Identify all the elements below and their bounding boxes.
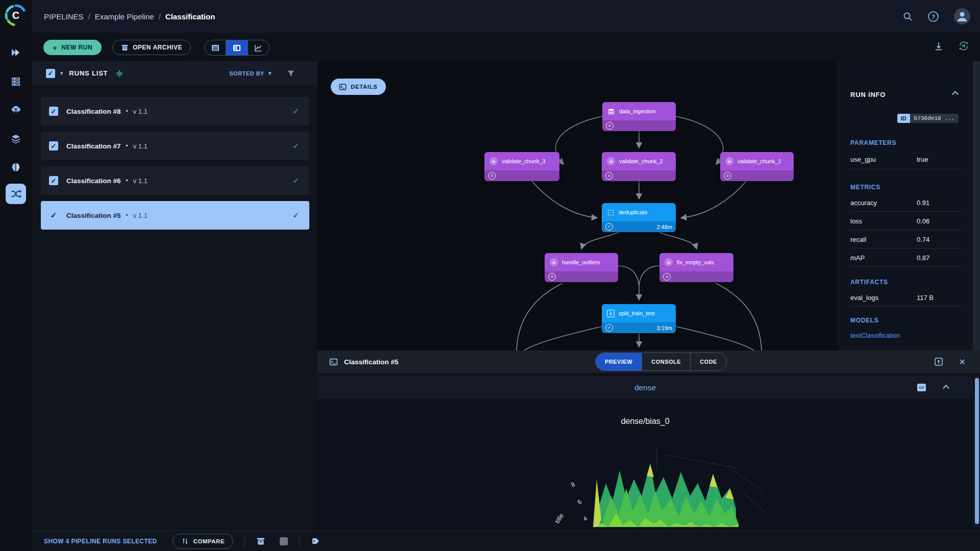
preview-terminal-icon bbox=[329, 358, 338, 366]
z-tick-4: 4 bbox=[582, 515, 589, 522]
table-view-toggle[interactable] bbox=[205, 40, 226, 55]
metric-value: 0.74 bbox=[917, 236, 929, 243]
divider bbox=[850, 306, 962, 307]
run-version: v 1.1 bbox=[133, 212, 148, 219]
run-checkbox[interactable]: ✓ bbox=[49, 141, 58, 151]
open-archive-label: OPEN ARCHIVE bbox=[133, 44, 182, 51]
sorted-by-dropdown[interactable]: SORTED BY ▾ bbox=[229, 70, 272, 77]
breadcrumb-classification[interactable]: Classification bbox=[165, 12, 215, 21]
dag-node-handle-outliers[interactable]: » handle_outliers ≡ bbox=[545, 253, 618, 282]
abort-icon[interactable] bbox=[280, 537, 288, 545]
pipelines-icon-selected[interactable] bbox=[6, 184, 26, 204]
search-icon[interactable] bbox=[902, 11, 913, 22]
help-icon[interactable]: ? bbox=[927, 11, 939, 22]
dag-node-validate-chunk-1[interactable]: » validate_chunk_1 ≡ bbox=[720, 152, 794, 181]
run-checkbox[interactable]: ✓ bbox=[49, 211, 58, 220]
run-id-badge[interactable]: ID b736de18 ... bbox=[897, 114, 959, 123]
run-status-check-icon: ✓ bbox=[292, 141, 299, 151]
artifact-row: eval_logs 117 B bbox=[850, 294, 962, 302]
dataset-stack-icon bbox=[607, 108, 615, 115]
run-checkbox[interactable]: ✓ bbox=[49, 176, 58, 185]
expand-rows-icon[interactable] bbox=[115, 69, 124, 78]
divider bbox=[850, 169, 962, 169]
code-badge-icon[interactable]: </> bbox=[917, 384, 926, 391]
param-key: use_gpu bbox=[850, 156, 876, 163]
node-label: validate_chunk_2 bbox=[619, 158, 663, 164]
run-version: v 1.1 bbox=[133, 108, 148, 115]
dag-node-validate-chunk-2[interactable]: » validate_chunk_2 ≡ bbox=[602, 152, 676, 181]
tab-code[interactable]: CODE bbox=[690, 353, 726, 370]
view-toggle-group bbox=[204, 40, 270, 56]
dag-node-fix-empty-vals[interactable]: » fix_empty_vals ≡ bbox=[659, 253, 733, 282]
clearml-logo[interactable]: C bbox=[4, 3, 28, 28]
model-link[interactable]: textClassification bbox=[850, 332, 900, 339]
preview-scrollbar-thumb[interactable] bbox=[975, 378, 979, 524]
run-name: Classification #5 bbox=[66, 212, 121, 219]
node-duration: 2:48m bbox=[656, 224, 672, 230]
queue-menu-icon: ≡ bbox=[605, 172, 613, 180]
auto-refresh-icon[interactable] bbox=[958, 40, 970, 52]
check-icon: ✓ bbox=[51, 142, 57, 150]
selection-summary-link[interactable]: SHOW 4 PIPELINE RUNS SELECTED bbox=[44, 538, 157, 545]
preview-area: dense/bias_0 8 6 4 title bbox=[317, 399, 973, 527]
tag-icon[interactable] bbox=[311, 536, 321, 546]
metric-row: mAP 0.87 bbox=[850, 254, 962, 262]
filter-funnel-icon[interactable] bbox=[287, 69, 295, 78]
collapse-section-chevron-icon[interactable] bbox=[944, 386, 948, 390]
details-button[interactable]: DETAILS bbox=[331, 79, 386, 95]
run-version: v 1.1 bbox=[133, 142, 148, 150]
run-row-classification-5-selected[interactable]: ✓ Classification #5 • v 1.1 ✓ bbox=[41, 201, 309, 230]
breadcrumb-separator: / bbox=[88, 12, 90, 21]
preview-scrollbar-track[interactable] bbox=[974, 376, 980, 527]
close-panel-icon[interactable]: ✕ bbox=[959, 357, 966, 367]
select-all-checkbox[interactable]: ✓ bbox=[46, 69, 55, 78]
run-name: Classification #8 bbox=[66, 108, 121, 115]
dag-node-deduplicate[interactable]: deduplicate ✓ 2:48m bbox=[602, 203, 676, 232]
completed-check-icon: ✓ bbox=[605, 324, 613, 332]
archive-action-icon[interactable] bbox=[256, 537, 265, 546]
selection-caret-icon[interactable]: ▾ bbox=[60, 70, 63, 77]
layers-icon[interactable] bbox=[10, 133, 21, 144]
run-info-panel: RUN INFO ID b736de18 ... PARAMETERS use_… bbox=[837, 61, 973, 350]
chart-title: dense/bias_0 bbox=[317, 417, 973, 426]
user-avatar[interactable] bbox=[953, 8, 971, 25]
run-row-classification-7[interactable]: ✓ Classification #7 • v 1.1 ✓ bbox=[41, 132, 309, 160]
bottom-panel-title: Classification #5 bbox=[344, 358, 399, 366]
run-checkbox[interactable]: ✓ bbox=[49, 107, 58, 116]
tab-console[interactable]: CONSOLE bbox=[642, 353, 690, 370]
compare-button[interactable]: COMPARE bbox=[173, 534, 233, 549]
server-icon[interactable] bbox=[10, 76, 21, 87]
breadcrumb-pipelines[interactable]: PIPELINES bbox=[44, 12, 84, 21]
pipeline-dag-canvas[interactable]: DETAILS bbox=[317, 61, 837, 350]
new-run-button[interactable]: + NEW RUN bbox=[43, 40, 102, 55]
collapse-chevron-icon[interactable] bbox=[953, 92, 958, 96]
download-icon[interactable] bbox=[933, 40, 944, 52]
chart-view-toggle[interactable] bbox=[248, 40, 269, 55]
tab-preview[interactable]: PREVIEW bbox=[596, 353, 642, 370]
split-view-toggle-active[interactable] bbox=[226, 40, 247, 55]
dag-node-validate-chunk-3[interactable]: » validate_chunk_3 ≡ bbox=[484, 152, 559, 181]
run-info-title: RUN INFO bbox=[850, 91, 886, 98]
parameters-section-title: PARAMETERS bbox=[850, 139, 896, 146]
chevrons-icon: » bbox=[665, 258, 673, 266]
surface-chart: 8 6 4 title bbox=[511, 447, 777, 527]
projects-chevrons-icon[interactable] bbox=[10, 47, 21, 58]
expand-panel-icon[interactable] bbox=[934, 357, 944, 367]
run-info-scrollbar-track[interactable] bbox=[973, 61, 980, 350]
dag-node-split-train-test[interactable]: λ split_train_test ✓ 3:19m bbox=[602, 304, 676, 333]
dag-node-data-ingestion[interactable]: data_ingestion ≡ bbox=[602, 102, 676, 131]
metric-value: 0.06 bbox=[917, 217, 929, 225]
bullet-icon: • bbox=[126, 212, 128, 219]
run-status-check-icon: ✓ bbox=[292, 176, 299, 185]
queue-menu-icon: ≡ bbox=[488, 172, 496, 180]
brain-icon[interactable] bbox=[10, 162, 21, 173]
run-row-classification-8[interactable]: ✓ Classification #8 • v 1.1 ✓ bbox=[41, 97, 309, 126]
cloud-gear-icon[interactable] bbox=[10, 104, 21, 115]
dense-section-bar[interactable]: dense </> bbox=[317, 376, 973, 399]
archive-icon bbox=[121, 44, 129, 52]
dag-edges bbox=[317, 61, 837, 350]
breadcrumb-example-pipeline[interactable]: Example Pipeline bbox=[95, 12, 154, 21]
run-row-classification-6[interactable]: ✓ Classification #6 • v 1.1 ✓ bbox=[41, 166, 309, 195]
chevrons-icon: » bbox=[725, 157, 733, 165]
open-archive-button[interactable]: OPEN ARCHIVE bbox=[112, 40, 191, 55]
